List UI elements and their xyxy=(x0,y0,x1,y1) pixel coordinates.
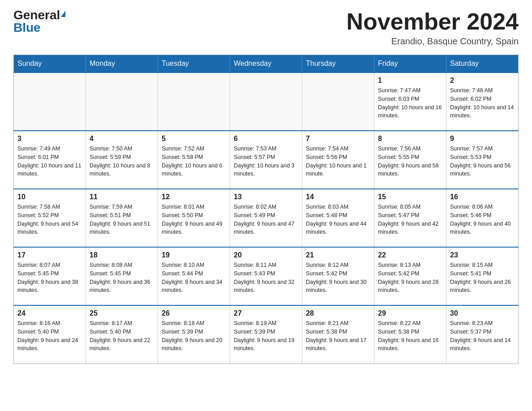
header-row: SundayMondayTuesdayWednesdayThursdayFrid… xyxy=(14,55,519,73)
day-info: Sunrise: 7:59 AMSunset: 5:51 PMDaylight:… xyxy=(90,203,154,236)
calendar-cell: 14Sunrise: 8:03 AMSunset: 5:48 PMDayligh… xyxy=(302,189,374,247)
calendar-cell: 2Sunrise: 7:48 AMSunset: 6:02 PMDaylight… xyxy=(446,73,519,131)
location-subtitle: Erandio, Basque Country, Spain xyxy=(347,36,519,47)
day-info: Sunrise: 8:23 AMSunset: 5:37 PMDaylight:… xyxy=(450,319,515,353)
calendar-table: SundayMondayTuesdayWednesdayThursdayFrid… xyxy=(13,55,519,364)
calendar-cell: 29Sunrise: 8:22 AMSunset: 5:38 PMDayligh… xyxy=(374,305,446,364)
calendar-cell: 18Sunrise: 8:08 AMSunset: 5:45 PMDayligh… xyxy=(86,247,158,305)
day-info: Sunrise: 7:58 AMSunset: 5:52 PMDaylight:… xyxy=(17,203,82,236)
day-info: Sunrise: 7:54 AMSunset: 5:56 PMDaylight:… xyxy=(306,145,370,178)
calendar-cell: 30Sunrise: 8:23 AMSunset: 5:37 PMDayligh… xyxy=(446,305,519,364)
calendar-cell xyxy=(158,73,230,131)
day-info: Sunrise: 8:21 AMSunset: 5:38 PMDaylight:… xyxy=(306,319,370,353)
calendar-cell: 5Sunrise: 7:52 AMSunset: 5:58 PMDaylight… xyxy=(158,131,230,189)
day-number: 16 xyxy=(450,193,515,201)
logo-general-text: General xyxy=(13,9,60,21)
day-number: 20 xyxy=(234,251,298,259)
calendar-header: SundayMondayTuesdayWednesdayThursdayFrid… xyxy=(14,55,519,73)
calendar-cell: 6Sunrise: 7:53 AMSunset: 5:57 PMDaylight… xyxy=(230,131,302,189)
weekday-header-wednesday: Wednesday xyxy=(230,55,302,73)
calendar-cell xyxy=(14,73,86,131)
calendar-cell xyxy=(86,73,158,131)
day-info: Sunrise: 7:53 AMSunset: 5:57 PMDaylight:… xyxy=(234,145,298,178)
day-info: Sunrise: 8:10 AMSunset: 5:44 PMDaylight:… xyxy=(162,261,226,295)
day-number: 17 xyxy=(17,251,82,259)
calendar-cell: 1Sunrise: 7:47 AMSunset: 6:03 PMDaylight… xyxy=(374,73,446,131)
day-number: 12 xyxy=(162,193,226,201)
logo-triangle-icon xyxy=(61,11,65,17)
day-info: Sunrise: 8:05 AMSunset: 5:47 PMDaylight:… xyxy=(378,203,442,236)
day-info: Sunrise: 7:48 AMSunset: 6:02 PMDaylight:… xyxy=(450,86,515,120)
day-number: 15 xyxy=(378,193,442,201)
day-number: 13 xyxy=(234,193,298,201)
day-number: 7 xyxy=(306,135,370,143)
logo: General Blue xyxy=(13,9,65,34)
calendar-cell: 7Sunrise: 7:54 AMSunset: 5:56 PMDaylight… xyxy=(302,131,374,189)
calendar-cell: 25Sunrise: 8:17 AMSunset: 5:40 PMDayligh… xyxy=(86,305,158,364)
calendar-cell xyxy=(302,73,374,131)
day-info: Sunrise: 8:18 AMSunset: 5:39 PMDaylight:… xyxy=(162,319,226,353)
day-number: 29 xyxy=(378,309,442,317)
day-info: Sunrise: 8:02 AMSunset: 5:49 PMDaylight:… xyxy=(234,203,298,236)
day-number: 10 xyxy=(17,193,82,201)
weekday-header-friday: Friday xyxy=(374,55,446,73)
calendar-cell: 16Sunrise: 8:06 AMSunset: 5:46 PMDayligh… xyxy=(446,189,519,247)
calendar-body: 1Sunrise: 7:47 AMSunset: 6:03 PMDaylight… xyxy=(14,73,519,364)
day-info: Sunrise: 8:03 AMSunset: 5:48 PMDaylight:… xyxy=(306,203,370,236)
calendar-cell: 17Sunrise: 8:07 AMSunset: 5:45 PMDayligh… xyxy=(14,247,86,305)
day-info: Sunrise: 8:11 AMSunset: 5:43 PMDaylight:… xyxy=(234,261,298,295)
day-info: Sunrise: 8:07 AMSunset: 5:45 PMDaylight:… xyxy=(17,261,82,295)
day-number: 5 xyxy=(162,135,226,143)
calendar-cell: 22Sunrise: 8:13 AMSunset: 5:42 PMDayligh… xyxy=(374,247,446,305)
weekday-header-monday: Monday xyxy=(86,55,158,73)
day-info: Sunrise: 7:56 AMSunset: 5:55 PMDaylight:… xyxy=(378,145,442,178)
title-block: November 2024 Erandio, Basque Country, S… xyxy=(347,9,519,47)
calendar-cell: 19Sunrise: 8:10 AMSunset: 5:44 PMDayligh… xyxy=(158,247,230,305)
logo-blue-text: Blue xyxy=(13,21,41,34)
day-number: 22 xyxy=(378,251,442,259)
calendar-cell: 27Sunrise: 8:19 AMSunset: 5:39 PMDayligh… xyxy=(230,305,302,364)
day-info: Sunrise: 8:12 AMSunset: 5:42 PMDaylight:… xyxy=(306,261,370,295)
day-number: 24 xyxy=(17,309,82,317)
calendar-row-3: 17Sunrise: 8:07 AMSunset: 5:45 PMDayligh… xyxy=(14,247,519,305)
day-number: 19 xyxy=(162,251,226,259)
calendar-cell: 8Sunrise: 7:56 AMSunset: 5:55 PMDaylight… xyxy=(374,131,446,189)
calendar-cell: 11Sunrise: 7:59 AMSunset: 5:51 PMDayligh… xyxy=(86,189,158,247)
calendar-cell: 12Sunrise: 8:01 AMSunset: 5:50 PMDayligh… xyxy=(158,189,230,247)
day-number: 23 xyxy=(450,251,515,259)
calendar-cell xyxy=(230,73,302,131)
calendar-row-2: 10Sunrise: 7:58 AMSunset: 5:52 PMDayligh… xyxy=(14,189,519,247)
day-info: Sunrise: 7:47 AMSunset: 6:03 PMDaylight:… xyxy=(378,86,442,120)
day-number: 18 xyxy=(90,251,154,259)
day-number: 11 xyxy=(90,193,154,201)
day-number: 14 xyxy=(306,193,370,201)
day-number: 28 xyxy=(306,309,370,317)
day-info: Sunrise: 7:49 AMSunset: 6:01 PMDaylight:… xyxy=(17,145,82,178)
calendar-cell: 3Sunrise: 7:49 AMSunset: 6:01 PMDaylight… xyxy=(14,131,86,189)
day-info: Sunrise: 8:15 AMSunset: 5:41 PMDaylight:… xyxy=(450,261,515,295)
calendar-cell: 26Sunrise: 8:18 AMSunset: 5:39 PMDayligh… xyxy=(158,305,230,364)
weekday-header-tuesday: Tuesday xyxy=(158,55,230,73)
weekday-header-sunday: Sunday xyxy=(14,55,86,73)
calendar-row-4: 24Sunrise: 8:16 AMSunset: 5:40 PMDayligh… xyxy=(14,305,519,364)
day-info: Sunrise: 7:57 AMSunset: 5:53 PMDaylight:… xyxy=(450,145,515,178)
calendar-row-1: 3Sunrise: 7:49 AMSunset: 6:01 PMDaylight… xyxy=(14,131,519,189)
calendar-cell: 4Sunrise: 7:50 AMSunset: 5:59 PMDaylight… xyxy=(86,131,158,189)
calendar-cell: 20Sunrise: 8:11 AMSunset: 5:43 PMDayligh… xyxy=(230,247,302,305)
weekday-header-saturday: Saturday xyxy=(446,55,519,73)
calendar-cell: 21Sunrise: 8:12 AMSunset: 5:42 PMDayligh… xyxy=(302,247,374,305)
day-number: 9 xyxy=(450,135,515,143)
day-info: Sunrise: 7:52 AMSunset: 5:58 PMDaylight:… xyxy=(162,145,226,178)
day-number: 4 xyxy=(90,135,154,143)
calendar-cell: 13Sunrise: 8:02 AMSunset: 5:49 PMDayligh… xyxy=(230,189,302,247)
day-number: 21 xyxy=(306,251,370,259)
day-info: Sunrise: 8:22 AMSunset: 5:38 PMDaylight:… xyxy=(378,319,442,353)
day-number: 1 xyxy=(378,77,442,85)
day-info: Sunrise: 8:19 AMSunset: 5:39 PMDaylight:… xyxy=(234,319,298,353)
day-info: Sunrise: 8:13 AMSunset: 5:42 PMDaylight:… xyxy=(378,261,442,295)
page-title: November 2024 xyxy=(347,9,519,34)
day-number: 26 xyxy=(162,309,226,317)
calendar-cell: 24Sunrise: 8:16 AMSunset: 5:40 PMDayligh… xyxy=(14,305,86,364)
calendar-cell: 28Sunrise: 8:21 AMSunset: 5:38 PMDayligh… xyxy=(302,305,374,364)
day-number: 3 xyxy=(17,135,82,143)
